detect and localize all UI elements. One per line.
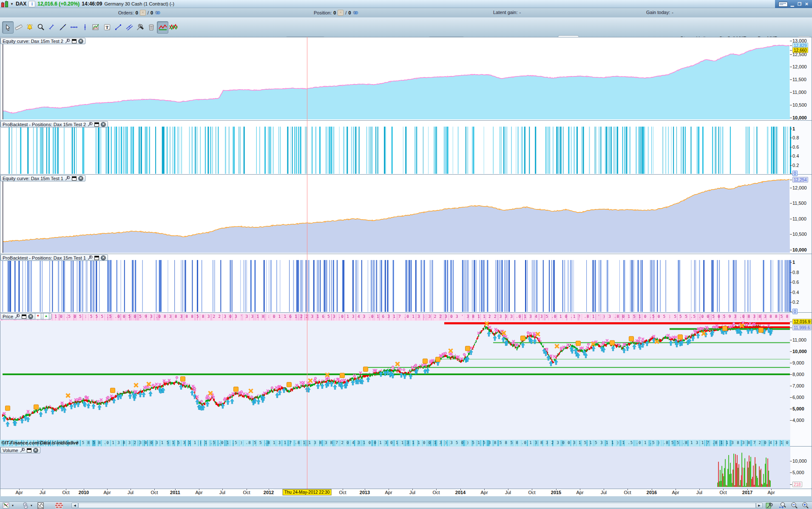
orders-pending-count: 0	[150, 10, 153, 15]
tools-tool[interactable]	[135, 21, 145, 33]
trash-icon	[148, 23, 155, 31]
axis-tick	[790, 374, 792, 375]
chart-area[interactable]: 0 1 5 1 0 .5 0 5 : 5 5 5 .5 .0 0 5 0 5 9…	[0, 37, 812, 496]
chart-scrollbar[interactable]	[78, 503, 756, 508]
axis-tick	[790, 180, 792, 180]
timezone-clock-button[interactable]: ▼	[22, 502, 33, 509]
data-watermark: ©IT-Finance.com Data is indicative	[1, 440, 78, 445]
detach-window-icon[interactable]	[94, 256, 99, 260]
axis-tick	[790, 397, 792, 398]
close-icon[interactable]: ✕	[101, 122, 106, 127]
axis-tick	[790, 322, 792, 322]
date-label: 2014	[455, 490, 466, 495]
position-open-count: 0	[333, 10, 336, 15]
ruler-tool[interactable]	[13, 21, 24, 33]
buy-arrow-icon[interactable]: ▲	[43, 313, 49, 320]
panel-bg-volume	[0, 447, 812, 489]
axis-label-price: 11,999.6	[792, 325, 811, 331]
extended-line-tool[interactable]	[113, 21, 123, 33]
axis-label-eq1: 12,000	[792, 185, 807, 190]
wrench-icon[interactable]	[65, 39, 70, 44]
zoom-tool[interactable]	[35, 21, 46, 33]
wrench-icon[interactable]	[15, 314, 20, 319]
symbol-name[interactable]: DAX	[16, 1, 26, 7]
wrench-icon[interactable]	[20, 448, 25, 453]
brick-chart-button[interactable]	[55, 502, 63, 509]
latent-gain-value: -	[520, 10, 521, 15]
parallel-lines-tool[interactable]	[124, 21, 134, 33]
zigzag-tool[interactable]	[157, 21, 168, 34]
info-button[interactable]: i	[28, 1, 35, 7]
panel-tab-eq2[interactable]: Equity curve: Dax 15m Test 2✕	[0, 38, 85, 44]
axis-tick	[790, 250, 792, 250]
minimize-button[interactable]: ▁	[789, 1, 795, 8]
orders-settings-icon[interactable]: ⚙	[155, 10, 161, 16]
alarm-tool[interactable]	[24, 21, 35, 33]
panel-tab-volume[interactable]: Volume✕	[0, 447, 40, 453]
close-icon[interactable]: ✕	[101, 255, 106, 260]
workspace-settings-button[interactable]	[765, 502, 773, 509]
pattern-report-button[interactable]	[37, 502, 44, 509]
trash-tool[interactable]	[146, 21, 156, 33]
horizontal-line-tool[interactable]	[68, 21, 79, 33]
wrench-icon[interactable]	[65, 176, 70, 181]
chart-edit-button[interactable]: ▼	[3, 502, 14, 509]
wrench-icon[interactable]	[88, 255, 93, 260]
position-settings-icon[interactable]: ⚙	[353, 10, 359, 16]
panel-title-pos1: ProBacktest - Positions: Dax 15m Test 1	[3, 255, 86, 260]
axis-tick	[790, 484, 792, 485]
restore-button[interactable]: ❐	[797, 1, 802, 8]
axis-label-eq1: 11,000	[792, 216, 806, 221]
panel-tab-pos1[interactable]: ProBacktest - Positions: Dax 15m Test 1✕	[0, 254, 108, 261]
close-icon[interactable]: ✕	[33, 448, 38, 453]
keyboard-icon[interactable]	[778, 2, 788, 7]
vertical-line-tool[interactable]	[79, 21, 90, 33]
scroll-left-button[interactable]: ◀	[71, 503, 78, 508]
pointer-tool[interactable]	[2, 21, 14, 34]
date-label: Oct	[243, 490, 250, 495]
panel-tab-pos2[interactable]: ProBacktest - Positions: Dax 15m Test 2✕	[0, 121, 108, 127]
zoom-in-button[interactable]	[801, 502, 809, 509]
wrench-icon[interactable]	[88, 122, 93, 127]
axis-tick	[790, 54, 792, 55]
line-tool[interactable]	[57, 21, 68, 33]
close-icon[interactable]: ✕	[28, 314, 33, 319]
text-tool[interactable]: T	[102, 21, 112, 33]
zigzag-alt-tool[interactable]	[168, 21, 179, 33]
detach-window-icon[interactable]	[72, 39, 77, 43]
detach-window-icon[interactable]	[22, 314, 26, 319]
bottom-gap	[0, 496, 812, 501]
detach-window-icon[interactable]	[27, 448, 31, 452]
gain-today-group: Gain today: -	[646, 10, 673, 15]
zoom-out-icon	[790, 502, 798, 509]
detach-window-icon[interactable]	[94, 122, 99, 127]
close-icon[interactable]: ✕	[78, 39, 83, 44]
bottom-toolbar: ▼ ▼ ◀ ▶	[0, 501, 812, 509]
panel-tab-eq1[interactable]: Equity curve: Dax 15m Test 1✕	[0, 175, 85, 181]
symbol-dropdown-icon[interactable]: ▼	[10, 2, 14, 6]
zoom-pan-button[interactable]	[778, 502, 786, 509]
detach-window-icon[interactable]	[72, 176, 77, 181]
scroll-right-button[interactable]: ▶	[756, 503, 763, 508]
axis-label-price: 4,000	[792, 418, 804, 423]
axis-tick	[790, 129, 792, 129]
panel-bg-price	[0, 313, 812, 447]
close-button[interactable]: ✕	[804, 1, 809, 8]
price-positions-strip: 5 0 ) 5 1 5 3 8 5 8 5 8 .0 1 3 8 3 2 3 0…	[0, 440, 790, 447]
date-label: 2016	[647, 490, 657, 495]
close-icon[interactable]: ✕	[78, 176, 83, 181]
sell-arrow-icon[interactable]: ▼	[35, 313, 41, 320]
date-label: Oct	[150, 490, 158, 495]
indicator-tool[interactable]	[91, 21, 101, 33]
segment-tool[interactable]	[46, 21, 57, 33]
panel-title-eq2: Equity curve: Dax 15m Test 2	[3, 39, 63, 44]
axis-tick	[790, 292, 792, 293]
orders-slash: /	[148, 10, 149, 15]
zoom-out-button[interactable]	[790, 502, 798, 509]
gain-today-label: Gain today:	[646, 10, 670, 15]
position-flat-icon[interactable]: ✕	[338, 10, 344, 16]
orders-flat-icon[interactable]: ✕	[140, 10, 146, 16]
axis-tick	[790, 50, 792, 51]
panel-tab-price[interactable]: Price✕▼▲	[0, 313, 51, 320]
date-label: 2011	[170, 490, 180, 495]
